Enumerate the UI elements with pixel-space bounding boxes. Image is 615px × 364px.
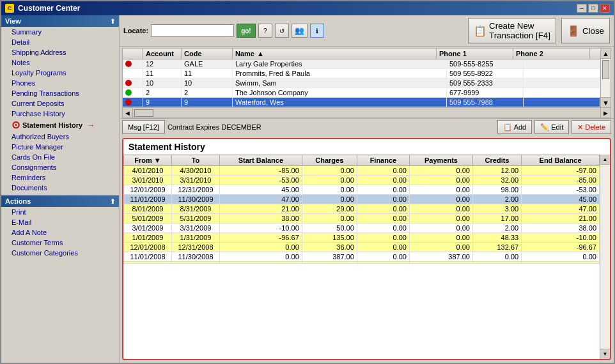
info-button[interactable]: ℹ xyxy=(310,24,324,38)
stmt-scroll-up[interactable]: ▲ xyxy=(600,155,610,165)
view-section: View ⬆ Summary Detail Shipping Address N… xyxy=(1,15,119,193)
table-row[interactable]: 9 9 Waterford, Wes 509 555-7988 xyxy=(123,98,600,107)
statement-row[interactable] xyxy=(124,262,600,264)
sidebar-item-current-deposits[interactable]: Current Deposits xyxy=(1,98,119,109)
table-row[interactable]: 2 2 The Johnson Company 677-9999 xyxy=(123,88,600,98)
delete-button[interactable]: ✕ Delete xyxy=(572,120,611,134)
sidebar-item-notes[interactable]: Notes xyxy=(1,57,119,68)
stmt-scroll-down[interactable]: ▼ xyxy=(600,349,610,359)
sidebar-item-picture-manager[interactable]: Picture Manager xyxy=(1,142,119,152)
col-status xyxy=(123,49,143,59)
statement-row[interactable]: 11/01/200811/30/20080.00387.000.00387.00… xyxy=(124,252,600,262)
create-btn-line1: Create New xyxy=(489,21,550,31)
sidebar-item-summary[interactable]: Summary xyxy=(1,27,119,37)
scroll-left-button[interactable]: ◄ xyxy=(123,108,133,118)
locate-input[interactable] xyxy=(151,24,234,37)
sidebar-item-reminders[interactable]: Reminders xyxy=(1,172,119,183)
th-finance: Finance xyxy=(357,155,409,166)
customer-grid-inner: Account Code Name ▲ Phone 1 Phone 2 12 G… xyxy=(123,49,600,107)
close-window-button[interactable]: ✕ xyxy=(600,4,610,13)
statement-row[interactable]: 4/01/20104/30/2010-85.000.000.000.0012.0… xyxy=(124,166,600,176)
table-row[interactable]: 12 GALE Larry Gale Properties 509-555-82… xyxy=(123,59,600,69)
edit-icon: ✏️ xyxy=(540,123,549,132)
status-cell xyxy=(123,59,143,68)
name-cell: Larry Gale Properties xyxy=(233,59,447,68)
table-row[interactable]: 11 11 Prommits, Fred & Paula 509 555-892… xyxy=(123,69,600,79)
status-cell xyxy=(123,98,143,107)
scroll-down-button[interactable]: ▼ xyxy=(601,97,611,107)
statement-row[interactable]: 12/01/200812/31/20080.0036.000.000.00132… xyxy=(124,243,600,252)
sidebar-item-loyalty-programs[interactable]: Loyalty Programs xyxy=(1,68,119,78)
status-cell xyxy=(123,69,143,78)
statement-row[interactable]: 1/01/20091/31/2009-96.67135.000.000.0048… xyxy=(124,233,600,243)
code-cell: 2 xyxy=(182,88,233,97)
msg-button[interactable]: Msg [F12] xyxy=(122,120,165,134)
sidebar-item-print[interactable]: Print xyxy=(1,207,119,217)
scroll-right-button[interactable]: ► xyxy=(600,108,611,118)
sidebar-item-consignments[interactable]: Consignments xyxy=(1,162,119,172)
phone1-cell: 677-9999 xyxy=(447,88,524,97)
code-cell: 10 xyxy=(182,79,233,87)
status-cell xyxy=(123,88,143,97)
h-scroll-track xyxy=(133,108,600,118)
sidebar: View ⬆ Summary Detail Shipping Address N… xyxy=(1,15,120,363)
horizontal-scrollbar: ◄ ► xyxy=(123,107,611,118)
actions-section: Actions ⬆ Print E-Mail Add A Note Custom… xyxy=(1,195,119,258)
sidebar-item-pending-transactions[interactable]: Pending Transactions xyxy=(1,88,119,98)
statement-row[interactable]: 3/01/20103/31/2010-53.000.000.000.0032.0… xyxy=(124,176,600,185)
refresh-button[interactable]: ↺ xyxy=(275,24,289,38)
scroll-up-button[interactable]: ▲ xyxy=(601,49,611,59)
edit-button[interactable]: ✏️ Edit xyxy=(534,120,569,134)
view-section-header[interactable]: View ⬆ xyxy=(1,15,119,27)
statement-history-area: Statement History From ▼ To xyxy=(122,138,611,360)
sidebar-item-shipping-address[interactable]: Shipping Address xyxy=(1,47,119,57)
sidebar-item-statement-history[interactable]: ⊙ Statement History → xyxy=(1,119,119,132)
sidebar-item-cards-on-file[interactable]: Cards On File xyxy=(1,152,119,162)
window-title: Customer Center xyxy=(18,4,573,13)
view-label: View xyxy=(5,17,21,25)
name-cell: Prommits, Fred & Paula xyxy=(233,69,447,78)
search-button[interactable]: 👥 xyxy=(292,24,308,38)
customer-grid: Account Code Name ▲ Phone 1 Phone 2 12 G… xyxy=(123,49,611,107)
phone2-cell xyxy=(524,88,600,97)
close-button[interactable]: 🚪 Close xyxy=(561,18,610,43)
account-cell: 11 xyxy=(143,69,182,78)
sidebar-item-add-a-note[interactable]: Add A Note xyxy=(1,227,119,238)
create-transaction-button[interactable]: 📋 Create New Transaction [F4] xyxy=(468,18,556,43)
sidebar-item-phones[interactable]: Phones xyxy=(1,78,119,88)
sidebar-item-customer-categories[interactable]: Customer Categories xyxy=(1,248,119,258)
actions-section-header[interactable]: Actions ⬆ xyxy=(1,195,119,207)
maximize-button[interactable]: □ xyxy=(588,4,598,13)
sidebar-item-authorized-buyers[interactable]: Authorized Buyers xyxy=(1,132,119,142)
stmt-scroll-track xyxy=(600,165,610,349)
statement-row[interactable]: 3/01/20093/31/2009-10.0050.000.000.002.0… xyxy=(124,224,600,233)
table-row[interactable]: 10 10 Swimm, Sam 509 555-2333 xyxy=(123,79,600,88)
th-to: To xyxy=(172,155,220,166)
phone2-cell xyxy=(524,69,600,78)
statement-row[interactable]: 5/01/20095/31/200938.000.000.000.0017.00… xyxy=(124,214,600,224)
statement-row[interactable]: 8/01/20098/31/200921.0029.000.000.003.00… xyxy=(124,204,600,214)
sidebar-item-customer-terms[interactable]: Customer Terms xyxy=(1,238,119,248)
minimize-button[interactable]: ─ xyxy=(577,4,587,13)
phone1-cell: 509-555-8255 xyxy=(447,59,524,68)
statement-grid-body: 4/01/20104/30/2010-85.000.000.000.0012.0… xyxy=(124,166,600,264)
h-scroll-thumb xyxy=(134,109,153,117)
sidebar-item-documents[interactable]: Documents xyxy=(1,183,119,193)
vertical-scrollbar[interactable]: ▲ ▼ xyxy=(600,49,611,107)
sidebar-item-purchase-history[interactable]: Purchase History xyxy=(1,109,119,119)
sidebar-item-email[interactable]: E-Mail xyxy=(1,217,119,227)
name-cell: Swimm, Sam xyxy=(233,79,447,87)
stmt-vertical-scrollbar[interactable]: ▲ ▼ xyxy=(600,155,610,359)
contract-info: Contract Expires DECEMBER xyxy=(167,123,495,131)
statement-grid-scroll[interactable]: From ▼ To Start Balance Charges Finance … xyxy=(123,155,600,359)
sidebar-item-detail[interactable]: Detail xyxy=(1,37,119,47)
statement-row[interactable]: 11/01/200911/30/200947.000.000.000.002.0… xyxy=(124,195,600,204)
statement-row[interactable]: 12/01/200912/31/200945.000.000.000.0098.… xyxy=(124,185,600,195)
close-btn-label: Close xyxy=(582,26,604,36)
go-button[interactable]: go! xyxy=(237,24,256,38)
status-dot-red xyxy=(125,80,132,86)
phone1-cell: 509 555-7988 xyxy=(447,98,524,107)
add-button[interactable]: 📋 Add xyxy=(497,120,533,134)
account-cell: 2 xyxy=(143,88,182,97)
help-button[interactable]: ? xyxy=(258,24,272,38)
